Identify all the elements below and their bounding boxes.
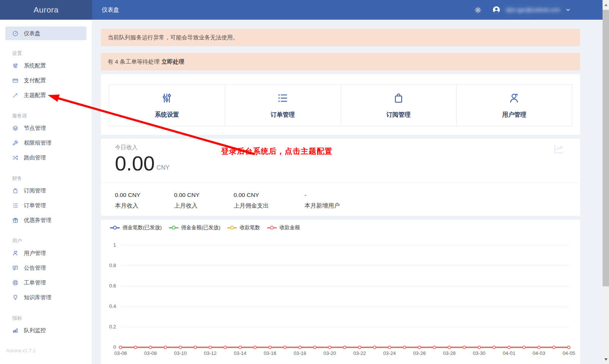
sidebar-section-header: 财务 [12, 175, 86, 182]
today-income-label: 今日收入 [115, 144, 138, 151]
comment-icon [12, 265, 19, 271]
bar-chart-icon [12, 327, 19, 334]
sidebar-item-label: 订单管理 [24, 202, 46, 209]
wrench-icon [12, 140, 19, 146]
sidebar-item-label: 权限组管理 [24, 139, 52, 147]
layers-icon [12, 125, 19, 131]
sidebar-section-header: 指标 [12, 315, 86, 322]
sidebar-item-label: 路由管理 [24, 154, 46, 161]
sidebar-item-bag[interactable]: 订阅管理 [5, 183, 86, 198]
page-scrollbar[interactable] [603, 0, 609, 364]
sidebar-item-label: 优惠券管理 [24, 217, 52, 224]
alert-pending-tickets: 有 4 条工单等待处理 立即处理 [101, 53, 580, 70]
sliders-icon [12, 62, 19, 69]
sidebar-item-list[interactable]: 订单管理 [5, 198, 86, 213]
quick-card-label: 用户管理 [502, 111, 526, 119]
scrollbar-down-arrow[interactable] [603, 356, 609, 362]
sidebar-item-label: 订阅管理 [24, 187, 46, 194]
sidebar-item-wrench[interactable]: 权限组管理 [5, 136, 86, 150]
income-stat: -本月新增用户 [304, 192, 388, 210]
user-icon [12, 250, 19, 256]
sidebar-item-credit-card[interactable]: 支付配置 [5, 73, 86, 88]
sidebar-section-header: 服务器 [12, 112, 86, 119]
stat-label: 本月收入 [115, 202, 174, 210]
dashboard-gauge-icon [12, 30, 19, 37]
list-icon [12, 202, 19, 209]
sidebar-item-label: 知识库管理 [24, 294, 52, 301]
chart-series-svg [101, 220, 576, 364]
magic-wand-icon [12, 92, 19, 98]
stat-label: 本月新增用户 [304, 202, 388, 210]
quick-card-label: 订阅管理 [386, 111, 411, 119]
trend-chart-icon [553, 143, 564, 156]
sidebar-section-header: 设置 [12, 50, 86, 57]
sidebar-item-lightbulb[interactable]: 知识库管理 [5, 290, 86, 305]
chevron-down-icon[interactable] [565, 7, 571, 12]
income-value: 0.00 [115, 152, 155, 175]
quick-card-bag[interactable]: 订阅管理 [341, 84, 457, 127]
scrollbar-up-arrow[interactable] [603, 2, 609, 8]
stat-value: 0.00 CNY [234, 192, 304, 198]
list-icon [276, 92, 289, 106]
sidebar-item-label: 公告管理 [24, 264, 46, 272]
income-currency: CNY [157, 164, 170, 175]
page-title: 仪表盘 [102, 0, 119, 20]
credit-card-icon [12, 77, 19, 84]
sidebar-item-bar-chart[interactable]: 队列监控 [5, 323, 86, 338]
income-stat: 0.00 CNY上月收入 [174, 192, 234, 210]
quick-card-label: 系统设置 [155, 111, 179, 119]
scrollbar-thumb[interactable] [603, 10, 609, 286]
stat-value: 0.00 CNY [174, 192, 234, 198]
sidebar-item-label: 工单管理 [24, 279, 46, 286]
app-version: Aurora v1.7.1 [6, 348, 36, 353]
sidebar-item-label: 仪表盘 [24, 30, 41, 37]
main-content: 当前队列服务运行异常，可能会导致业务无法使用。 有 4 条工单等待处理 立即处理… [92, 20, 603, 364]
sidebar-item-label: 队列监控 [24, 327, 46, 334]
sliders-icon [161, 92, 173, 106]
stat-value: 0.00 CNY [115, 192, 174, 198]
sidebar-item-label: 支付配置 [24, 77, 46, 84]
life-ring-icon [12, 280, 19, 286]
shuffle-icon [12, 155, 19, 161]
quick-card-user[interactable]: 用户管理 [456, 84, 572, 127]
quick-card-sliders[interactable]: 系统设置 [109, 84, 225, 127]
sidebar-item-label: 节点管理 [24, 125, 46, 132]
income-stat: 0.00 CNY本月收入 [115, 192, 174, 210]
income-panel: 今日收入 0.00 CNY 0.00 CNY本月收入0.00 CNY上月收入0.… [101, 139, 580, 216]
sidebar-item-label: 系统配置 [24, 62, 46, 69]
today-income-amount: 0.00 CNY [115, 152, 170, 175]
lightbulb-icon [12, 294, 19, 301]
top-header: Aurora 仪表盘 lqhx.qpn@outlook.com [0, 0, 603, 20]
gift-icon [12, 217, 19, 223]
alert-queue-error: 当前队列服务运行异常，可能会导致业务无法使用。 [101, 29, 580, 46]
user-icon [508, 92, 520, 106]
alert-text: 当前队列服务运行异常，可能会导致业务无法使用。 [108, 34, 239, 41]
quick-actions-panel: 系统设置订单管理订阅管理用户管理 [101, 74, 580, 135]
bag-icon [12, 187, 19, 194]
stat-label: 上月佣金支出 [234, 202, 304, 210]
quick-card-list[interactable]: 订单管理 [224, 84, 341, 127]
sidebar-item-user[interactable]: 用户管理 [5, 246, 86, 261]
divider [101, 183, 580, 183]
sidebar-item-layers[interactable]: 节点管理 [5, 121, 86, 136]
sidebar-item-comment[interactable]: 公告管理 [5, 261, 86, 275]
sidebar-item-sliders[interactable]: 系统配置 [5, 58, 86, 73]
stat-label: 上月收入 [174, 202, 234, 210]
sidebar-item-gift[interactable]: 优惠券管理 [5, 213, 86, 228]
sidebar-item-label: 主题配置 [24, 92, 46, 99]
user-avatar-icon[interactable] [492, 6, 501, 14]
handle-now-link[interactable]: 立即处理 [162, 58, 184, 66]
sidebar-item-label: 用户管理 [24, 250, 46, 257]
sidebar-item-life-ring[interactable]: 工单管理 [5, 275, 86, 290]
gear-icon[interactable] [474, 6, 482, 14]
income-stat: 0.00 CNY上月佣金支出 [234, 192, 304, 210]
sidebar-item-magic-wand[interactable]: 主题配置 [5, 88, 86, 103]
sidebar-nav: 仪表盘设置系统配置支付配置主题配置服务器节点管理权限组管理路由管理财务订阅管理订… [0, 20, 92, 364]
sidebar-item-dashboard-gauge[interactable]: 仪表盘 [5, 27, 86, 40]
app-logo[interactable]: Aurora [0, 0, 92, 20]
header-right-group: lqhx.qpn@outlook.com [474, 0, 571, 20]
revenue-chart-panel: 佣金笔数(已发放)佣金金额(已发放)收款笔数收款金额 00.20.40.60.8… [101, 220, 580, 364]
sidebar-item-shuffle[interactable]: 路由管理 [5, 150, 86, 165]
user-email[interactable]: lqhx.qpn@outlook.com [506, 7, 560, 13]
sidebar-section-header: 用户 [12, 237, 86, 244]
